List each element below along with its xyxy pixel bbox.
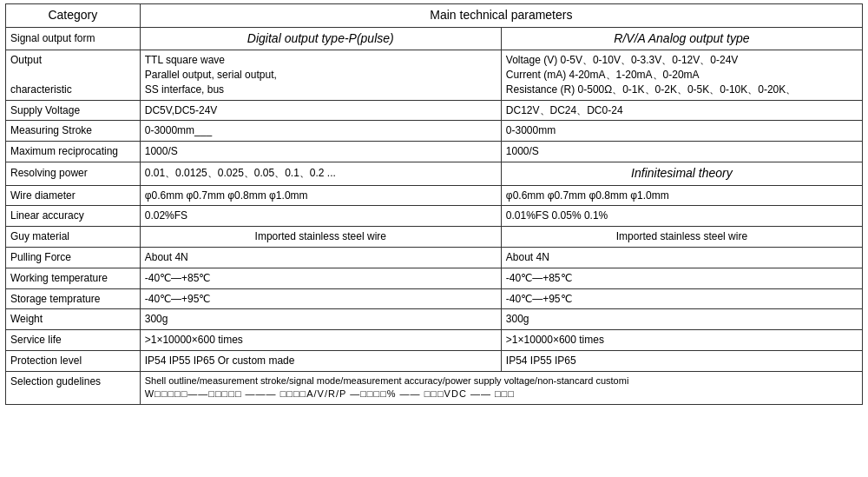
digital-value: Digital output type-P(pulse) (247, 31, 394, 45)
row-label: Selection gudelines (10, 375, 101, 388)
analog-value: -40℃—+85℃ (506, 272, 572, 284)
digital-cell: Digital output type-P(pulse) (140, 27, 501, 50)
digital-value: 1000/S (145, 145, 178, 157)
analog-line2: Current (mA) 4-20mA、1-20mA、0-20mA (506, 69, 700, 81)
digital-cell: 1000/S (140, 142, 501, 162)
analog-value: 0.01%FS 0.05% 0.1% (506, 209, 608, 222)
table-row: Resolving power 0.01、0.0125、0.025、0.05、0… (6, 162, 863, 185)
analog-cell: DC12V、DC24、DC0-24 (501, 100, 862, 121)
table-row: Wire diameter φ0.6mm φ0.7mm φ0.8mm φ1.0m… (6, 185, 863, 206)
analog-value: 0-3000mm (506, 124, 556, 136)
category-cell: Protection level (6, 350, 141, 371)
analog-cell: Imported stainless steel wire (501, 227, 862, 248)
digital-line1: TTL square wave (145, 54, 225, 66)
category-cell: Supply Voltage (6, 100, 141, 121)
digital-value: IP54 IP55 IP65 Or custom made (145, 354, 295, 367)
table-row: Maximum reciprocating 1000/S 1000/S (6, 142, 863, 162)
digital-value: 300g (145, 313, 168, 325)
analog-line3: Resistance (R) 0-500Ω、0-1K、0-2K、0-5K、0-1… (506, 83, 796, 96)
analog-cell: 0-3000mm (501, 121, 862, 142)
analog-value: Imported stainless steel wire (616, 230, 747, 242)
analog-value: φ0.6mm φ0.7mm φ0.8mm φ1.0mm (506, 189, 669, 202)
table-row: Storage temprature -40℃—+95℃ -40℃—+95℃ (6, 288, 863, 309)
category-header: Category (6, 4, 141, 28)
analog-value: DC12V、DC24、DC0-24 (506, 104, 623, 116)
digital-cell: About 4N (140, 247, 501, 268)
digital-value: -40℃—+85℃ (145, 272, 211, 284)
table-row: Pulling Force About 4N About 4N (6, 247, 863, 268)
main-params-header: Main technical parameters (140, 4, 862, 28)
analog-cell: R/V/A Analog output type (501, 27, 862, 50)
table-row: Service life >1×10000×600 times >1×10000… (6, 330, 863, 351)
category-cell: Resolving power (6, 162, 141, 185)
digital-line2: Parallel output, serial output, (145, 69, 277, 81)
analog-value: About 4N (506, 251, 549, 263)
digital-value: >1×10000×600 times (145, 334, 243, 346)
analog-line1: Voltage (V) 0-5V、0-10V、0-3.3V、0-12V、0-24… (506, 54, 738, 66)
category-cell: Guy material (6, 227, 141, 248)
selection-guidelines-cell: Shell outline/measurement stroke/signal … (140, 371, 862, 404)
main-params-label: Main technical parameters (430, 8, 572, 22)
digital-cell: TTL square wave Parallel output, serial … (140, 50, 501, 100)
row-label: Wire diameter (10, 189, 76, 202)
row-label: Storage temprature (10, 293, 100, 305)
category-cell: Weight (6, 309, 141, 330)
category-cell: Outputcharacteristic (6, 50, 141, 100)
category-cell: Storage temprature (6, 288, 141, 309)
digital-value: About 4N (145, 251, 188, 263)
page-container: Category Main technical parameters Signa… (0, 0, 868, 408)
spec-table: Category Main technical parameters Signa… (5, 3, 863, 405)
analog-cell: 0.01%FS 0.05% 0.1% (501, 206, 862, 227)
row-label: Protection level (10, 354, 82, 367)
analog-value: 300g (506, 313, 529, 325)
row-label: Signal output form (10, 32, 95, 44)
table-row: Supply Voltage DC5V,DC5-24V DC12V、DC24、D… (6, 100, 863, 121)
selection-note: Shell outline/measurement stroke/signal … (145, 374, 858, 388)
digital-cell: >1×10000×600 times (140, 330, 501, 351)
category-cell: Maximum reciprocating (6, 142, 141, 162)
row-label: Maximum reciprocating (10, 145, 118, 157)
digital-value: -40℃—+95℃ (145, 293, 211, 305)
category-label: Category (48, 8, 97, 22)
table-row: Working temperature -40℃—+85℃ -40℃—+85℃ (6, 268, 863, 288)
digital-cell: 300g (140, 309, 501, 330)
table-row: Protection level IP54 IP55 IP65 Or custo… (6, 350, 863, 371)
analog-value: R/V/A Analog output type (614, 31, 749, 45)
table-row: Weight 300g 300g (6, 309, 863, 330)
category-cell: Signal output form (6, 27, 141, 50)
category-cell: Linear accuracy (6, 206, 141, 227)
row-label: Weight (10, 313, 43, 325)
digital-cell: φ0.6mm φ0.7mm φ0.8mm φ1.0mm (140, 185, 501, 206)
category-cell: Measuring Stroke (6, 121, 141, 142)
digital-value: 0.01、0.0125、0.025、0.05、0.1、0.2 ... (145, 167, 336, 179)
table-row: Guy material Imported stainless steel wi… (6, 227, 863, 248)
row-label: Working temperature (10, 272, 108, 284)
row-label: Linear accuracy (10, 209, 84, 222)
analog-cell: -40℃—+85℃ (501, 268, 862, 288)
row-label: Service life (10, 334, 62, 346)
analog-value: >1×10000×600 times (506, 334, 604, 346)
digital-cell: 0.01、0.0125、0.025、0.05、0.1、0.2 ... (140, 162, 501, 185)
category-cell: Wire diameter (6, 185, 141, 206)
analog-cell: φ0.6mm φ0.7mm φ0.8mm φ1.0mm (501, 185, 862, 206)
digital-value: 0.02%FS (145, 209, 187, 222)
digital-value: φ0.6mm φ0.7mm φ0.8mm φ1.0mm (145, 189, 308, 202)
table-row: Linear accuracy 0.02%FS 0.01%FS 0.05% 0.… (6, 206, 863, 227)
digital-value: 0-3000mm___ (145, 124, 212, 136)
table-row: Measuring Stroke 0-3000mm___ 0-3000mm (6, 121, 863, 142)
category-cell: Working temperature (6, 268, 141, 288)
table-row: Signal output form Digital output type-P… (6, 27, 863, 50)
digital-cell: -40℃—+95℃ (140, 288, 501, 309)
row-label: Guy material (10, 230, 69, 242)
digital-cell: Imported stainless steel wire (140, 227, 501, 248)
analog-cell: >1×10000×600 times (501, 330, 862, 351)
analog-value: IP54 IP55 IP65 (506, 354, 576, 367)
category-cell: Pulling Force (6, 247, 141, 268)
row-label: Supply Voltage (10, 104, 80, 116)
header-row: Category Main technical parameters (6, 4, 863, 28)
digital-cell: 0.02%FS (140, 206, 501, 227)
category-cell: Service life (6, 330, 141, 351)
digital-cell: DC5V,DC5-24V (140, 100, 501, 121)
digital-line3: SS interface, bus (145, 83, 224, 96)
analog-cell: About 4N (501, 247, 862, 268)
